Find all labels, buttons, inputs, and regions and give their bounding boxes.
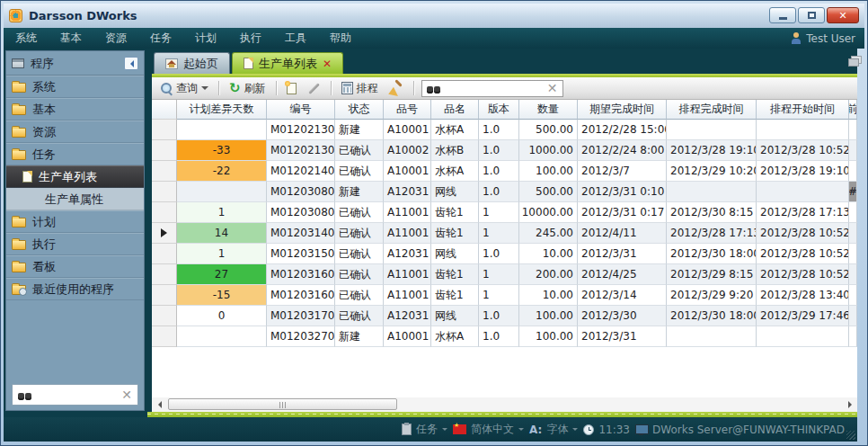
table-row[interactable]: 0M012031701已确认A12031网线1.0100.002012/3/30…	[152, 306, 857, 326]
cell-r5-c1[interactable]: M012031402	[267, 223, 335, 244]
row-selector[interactable]	[152, 182, 177, 202]
cell-r9-c9[interactable]: 2012/3/29 17:46	[757, 306, 849, 326]
cell-r3-c10[interactable]: #	[849, 182, 857, 202]
cell-r8-c3[interactable]: A11001	[384, 285, 431, 306]
table-row[interactable]: -15M012031602已确认A11001齿轮1110.002012/3/14…	[152, 285, 857, 306]
cell-r5-c10[interactable]	[849, 223, 857, 244]
user-badge[interactable]: Test User	[791, 28, 855, 49]
cell-r9-c1[interactable]: M012031701	[267, 306, 335, 326]
cell-r8-c6[interactable]: 10.00	[519, 285, 578, 306]
menu-item-5[interactable]: 执行	[228, 28, 273, 49]
cell-r8-c10[interactable]	[849, 285, 857, 306]
cell-r10-c2[interactable]: 新建	[335, 326, 384, 347]
cell-r8-c8[interactable]: 2012/3/29 9:20	[667, 285, 757, 306]
column-header-5[interactable]: 版本	[479, 100, 519, 120]
cell-r0-c0[interactable]	[177, 120, 267, 140]
cell-r5-c0[interactable]: 14	[177, 223, 267, 244]
cell-r3-c1[interactable]: M012030801	[267, 182, 335, 202]
cell-r1-c10[interactable]	[849, 140, 857, 161]
cell-r3-c9[interactable]	[757, 182, 849, 202]
cell-r9-c4[interactable]: 网线	[431, 306, 479, 326]
row-selector[interactable]	[152, 306, 177, 326]
cell-r10-c8[interactable]	[667, 326, 757, 347]
cell-r10-c6[interactable]: 100.00	[519, 326, 578, 347]
row-selector[interactable]	[152, 161, 177, 182]
cell-r9-c3[interactable]: A12031	[384, 306, 431, 326]
cell-r0-c9[interactable]	[757, 120, 849, 140]
refresh-button[interactable]: ↻ 刷新	[226, 79, 269, 98]
cell-r2-c4[interactable]: 水杯A	[431, 161, 479, 182]
cell-r2-c6[interactable]: 100.00	[519, 161, 578, 182]
cell-r6-c9[interactable]: 2012/3/28 10:52	[757, 244, 849, 264]
tab-close-icon[interactable]: ✕	[323, 58, 332, 69]
cell-r4-c7[interactable]: 2012/3/31 0:17	[578, 202, 667, 223]
cell-r0-c4[interactable]: 水杯A	[431, 120, 479, 140]
cell-r7-c6[interactable]: 200.00	[519, 264, 578, 285]
column-header-8[interactable]: 排程完成时间	[667, 100, 757, 120]
cell-r1-c0[interactable]: -33	[177, 140, 267, 161]
row-selector[interactable]	[152, 223, 177, 244]
sidebar-item-5[interactable]: 生产单属性	[6, 188, 144, 210]
cell-r0-c8[interactable]	[667, 120, 757, 140]
cell-r9-c2[interactable]: 已确认	[335, 306, 384, 326]
row-selector[interactable]	[152, 244, 177, 264]
table-row[interactable]: M012021301新建A10001水杯A1.0500.002012/2/28 …	[152, 120, 857, 140]
sidebar-item-4[interactable]: 生产单列表	[6, 165, 144, 188]
cell-r7-c4[interactable]: 齿轮1	[431, 264, 479, 285]
cell-r2-c3[interactable]: A10001	[384, 161, 431, 182]
cell-r1-c9[interactable]: 2012/3/28 10:52	[757, 140, 849, 161]
cell-r10-c9[interactable]	[757, 326, 849, 347]
cell-r2-c2[interactable]: 已确认	[335, 161, 384, 182]
tab-1[interactable]: 生产单列表✕	[232, 52, 343, 74]
cell-r3-c5[interactable]: 1.0	[479, 182, 519, 202]
cell-r1-c1[interactable]: M012021302	[267, 140, 335, 161]
cell-r10-c1[interactable]: M012032701	[267, 326, 335, 347]
cell-r4-c9[interactable]: 2012/3/28 17:13	[757, 202, 849, 223]
cell-r1-c4[interactable]: 水杯B	[431, 140, 479, 161]
row-selector[interactable]	[152, 326, 177, 347]
cell-r2-c7[interactable]: 2012/3/7	[578, 161, 667, 182]
cell-r1-c8[interactable]: 2012/3/28 19:10	[667, 140, 757, 161]
cell-r1-c6[interactable]: 1000.00	[519, 140, 578, 161]
cell-r6-c3[interactable]: A12031	[384, 244, 431, 264]
column-header-4[interactable]: 品名	[431, 100, 479, 120]
cell-r1-c2[interactable]: 已确认	[335, 140, 384, 161]
menu-item-0[interactable]: 系统	[4, 28, 49, 49]
cell-r3-c6[interactable]: 500.00	[519, 182, 578, 202]
cell-r7-c8[interactable]: 2012/3/29 8:15	[667, 264, 757, 285]
cell-r5-c7[interactable]: 2012/4/11	[578, 223, 667, 244]
sidebar-item-2[interactable]: 资源	[6, 120, 144, 143]
cell-r3-c7[interactable]: 2012/3/31 0:10	[578, 182, 667, 202]
cell-r6-c6[interactable]: 10.00	[519, 244, 578, 264]
menu-item-1[interactable]: 基本	[49, 28, 93, 49]
cell-r0-c1[interactable]: M012021301	[267, 120, 335, 140]
sidebar-item-1[interactable]: 基本	[6, 98, 144, 120]
cell-r8-c7[interactable]: 2012/3/14	[578, 285, 667, 306]
cell-r4-c5[interactable]: 1	[479, 202, 519, 223]
row-selector[interactable]	[152, 120, 177, 140]
cell-r5-c6[interactable]: 245.00	[519, 223, 578, 244]
table-row[interactable]: M012032701新建A10001水杯A1.0100.002012/3/31	[152, 326, 857, 347]
cell-r0-c6[interactable]: 500.00	[519, 120, 578, 140]
column-header-3[interactable]: 品号	[384, 100, 431, 120]
cell-r5-c2[interactable]: 已确认	[335, 223, 384, 244]
cell-r0-c7[interactable]: 2012/2/28 15:00	[578, 120, 667, 140]
column-header-7[interactable]: 期望完成时间	[578, 100, 667, 120]
scroll-track[interactable]	[166, 397, 843, 412]
sidebar-item-0[interactable]: 系统	[6, 76, 144, 98]
cell-r6-c4[interactable]: 网线	[431, 244, 479, 264]
toolbar-filter-clear-icon[interactable]: ✕	[547, 82, 558, 94]
query-button[interactable]: 查询	[157, 79, 211, 98]
cell-r0-c5[interactable]: 1.0	[479, 120, 519, 140]
cell-r9-c7[interactable]: 2012/3/30	[578, 306, 667, 326]
row-selector[interactable]	[152, 285, 177, 306]
clear-schedule-button[interactable]	[386, 80, 406, 97]
cell-r7-c5[interactable]: 1	[479, 264, 519, 285]
cell-r2-c0[interactable]: -22	[177, 161, 267, 182]
table-row[interactable]: -33M012021302已确认A10002水杯B1.01000.002012/…	[152, 140, 857, 161]
cell-r10-c10[interactable]	[849, 326, 857, 347]
cell-r4-c0[interactable]: 1	[177, 202, 267, 223]
cell-r8-c0[interactable]: -15	[177, 285, 267, 306]
row-selector[interactable]	[152, 264, 177, 285]
cell-r4-c1[interactable]: M012030802	[267, 202, 335, 223]
